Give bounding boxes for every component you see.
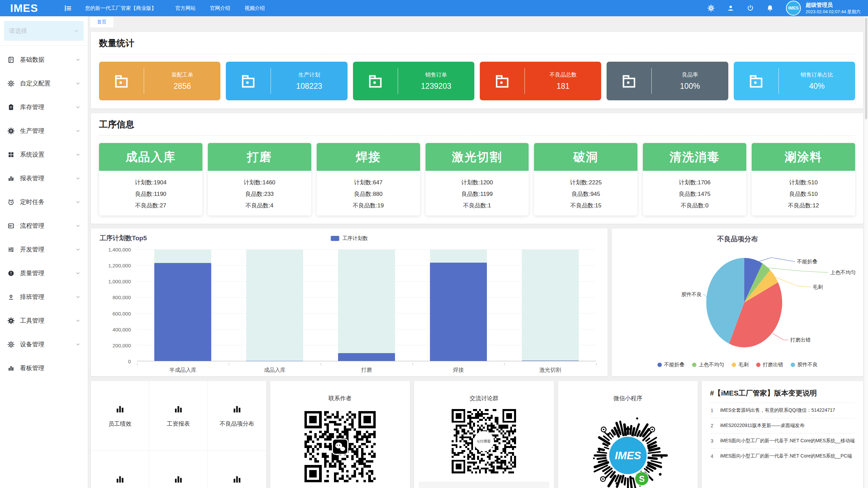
stat-text: 不良品总数181	[525, 72, 601, 91]
sidebar-item-label: 生产管理	[20, 127, 44, 135]
stat-text: 装配工单2856	[144, 72, 220, 91]
nav-link[interactable]: 官方网站	[175, 5, 196, 12]
sidebar-item-库存管理[interactable]: 库存管理	[0, 95, 88, 119]
pie-label-leader	[773, 333, 788, 340]
bar	[338, 353, 395, 361]
report-chart-icon	[115, 474, 125, 484]
process-name: 打磨	[208, 143, 311, 171]
sidebar-item-看板管理[interactable]: 看板管理	[0, 356, 88, 380]
pie-legend-item-毛刺[interactable]: 毛刺	[732, 362, 749, 368]
sidebar-item-开发管理[interactable]: 开发管理	[0, 238, 88, 261]
sidebar-item-报表管理[interactable]: 报表管理	[0, 166, 88, 190]
process-bad: 不良品数:0	[643, 202, 746, 209]
user-name: 超级管理员	[806, 1, 861, 9]
nav-link[interactable]: 官网介绍	[210, 5, 230, 12]
sidebar-item-定时任务[interactable]: 定时任务	[0, 190, 88, 214]
process-stats: 计划数:1706良品数:1475不良品数:0	[643, 171, 746, 216]
report-shortcut-生产报表[interactable]: 生产报表	[149, 451, 208, 488]
changelog-row[interactable]: 4iMES面向小型工厂的新一代基于.NET Core的MES系统__PC端	[710, 448, 855, 464]
sidebar-item-排班管理[interactable]: 排班管理	[0, 285, 88, 309]
report-shortcut-产量统计[interactable]: 产量统计	[208, 451, 266, 488]
process-plan: 计划数:510	[752, 179, 855, 186]
nav-link[interactable]: 视频介绍	[244, 5, 265, 12]
changelog-panel: #【iMES工厂管家】版本变更说明 1iMES全套源码出售，有意的联系QQ/微信…	[702, 381, 863, 488]
menu-collapse-icon[interactable]	[64, 4, 72, 13]
clipboard-icon	[7, 104, 15, 111]
changelog-row[interactable]: 2iMES20220911版本更新——桌面端发布	[710, 418, 855, 433]
scrollbar-track[interactable]	[864, 16, 868, 488]
process-bad: 不良品数:12	[752, 202, 855, 209]
report-label: 员工绩效	[108, 420, 132, 428]
logout-icon[interactable]	[747, 4, 754, 12]
report-chart-icon	[232, 474, 242, 484]
sidebar-item-系统设置[interactable]: 系统设置	[0, 143, 88, 166]
sidebar-item-质量管理[interactable]: 质量管理	[0, 261, 88, 285]
stat-value: 2856	[144, 82, 220, 91]
stat-card-不良品总数: 不良品总数181	[480, 62, 601, 100]
stat-icon-wrap	[607, 72, 651, 90]
sidebar-item-流程管理[interactable]: 流程管理	[0, 214, 88, 238]
scrollbar-thumb[interactable]	[865, 18, 867, 119]
sidebar-item-label: 基础数据	[20, 56, 44, 64]
legend-label: 上色不均匀	[699, 362, 724, 368]
process-stats: 计划数:2225良品数:945不良品数:15	[534, 171, 637, 216]
pie-slice-label: 胶件不良	[682, 291, 702, 297]
report-shortcut-不良品项汇总[interactable]: 不良品项汇总	[91, 451, 149, 488]
sidebar-item-设备管理[interactable]: 设备管理	[0, 332, 88, 356]
sidebar-item-label: 质量管理	[20, 269, 44, 277]
sidebar-select[interactable]: 请选择	[4, 21, 84, 41]
bar-columns	[137, 249, 596, 361]
pie-legend-item-上色不均匀[interactable]: 上色不均匀	[692, 362, 724, 368]
pie-label-leader	[754, 258, 795, 263]
folder-icon	[620, 72, 638, 90]
settings-icon[interactable]	[707, 4, 715, 12]
changelog-number: 4	[711, 453, 720, 459]
column-band	[246, 249, 303, 361]
changelog-row[interactable]: 3iMES面向小型工厂的新一代基于.NET Core的MES系统__移动端	[710, 433, 855, 448]
sidebar-item-生产管理[interactable]: 生产管理	[0, 119, 88, 143]
pie-legend-item-胶件不良[interactable]: 胶件不良	[791, 362, 818, 368]
changelog-row[interactable]: 1iMES全套源码出售，有意的联系QQ/微信：514224717	[710, 403, 855, 418]
notifications-icon[interactable]	[766, 4, 774, 12]
app-header: IMES 您的新一代工厂管家【商业版】 官方网站官网介绍视频介绍 IMES 超级…	[0, 0, 868, 16]
sidebar-item-label: 看板管理	[20, 364, 44, 372]
sidebar-item-基础数据[interactable]: 基础数据	[0, 48, 88, 72]
report-shortcut-不良品项分布[interactable]: 不良品项分布	[208, 381, 266, 451]
pie-legend-item-不能折叠[interactable]: 不能折叠	[657, 362, 685, 368]
miniprogram-qr-code: IMESS	[583, 410, 673, 488]
avatar[interactable]: IMES	[786, 1, 801, 16]
sidebar-item-自定义配置[interactable]: 自定义配置	[0, 72, 88, 95]
folder-icon	[493, 72, 511, 90]
profile-icon[interactable]	[727, 4, 734, 12]
bar-chart-y-axis: 1,400,0001,200,0001,000,000800,000600,00…	[98, 249, 134, 361]
app-subtitle: 您的新一代工厂管家【商业版】	[85, 5, 156, 12]
pie-legend-item-打磨出错[interactable]: 打磨出错	[756, 362, 783, 368]
bar-chart-title: 工序计划数Top5	[100, 234, 147, 243]
warning-icon	[7, 270, 15, 277]
process-bad: 不良品数:19	[317, 202, 420, 209]
contact-author-panel: 联系作者 扫一扫上面的二维码图案，加我为朋友。	[270, 381, 410, 488]
stat-icon-wrap	[353, 72, 398, 90]
report-shortcut-工资报表[interactable]: 工资报表	[149, 381, 208, 451]
group-title: 交流讨论群	[414, 394, 554, 402]
y-axis-tick-label: 0	[128, 359, 131, 364]
x-axis-category-label: 焊接	[413, 363, 505, 373]
process-plan: 计划数:1706	[643, 179, 746, 186]
sidebar-item-工具管理[interactable]: 工具管理	[0, 309, 88, 332]
process-good: 良品数:1199	[426, 190, 529, 198]
report-label: 工资报表	[167, 420, 190, 428]
legend-label: 不能折叠	[664, 362, 685, 368]
report-shortcut-员工绩效[interactable]: 员工绩效	[91, 381, 149, 451]
x-axis-tick	[229, 363, 229, 365]
column-band	[522, 249, 579, 361]
bar-chart-legend[interactable]: 工序计划数	[331, 235, 368, 242]
changelog-number: 2	[711, 423, 720, 428]
bottom-row: 员工绩效工资报表不良品项分布不良品项汇总生产报表产量统计 联系作者 扫一扫上面的…	[91, 381, 863, 488]
stat-label: 装配工单	[144, 72, 220, 79]
sidebar-item-label: 定时任务	[20, 198, 44, 206]
report-chart-icon	[115, 404, 125, 414]
legend-dot	[692, 363, 696, 367]
tab-home[interactable]: 首页	[90, 17, 113, 27]
sidebar-item-label: 排班管理	[20, 293, 44, 301]
current-datetime: 2023.02.04 02:07:44 星期六	[806, 9, 861, 15]
